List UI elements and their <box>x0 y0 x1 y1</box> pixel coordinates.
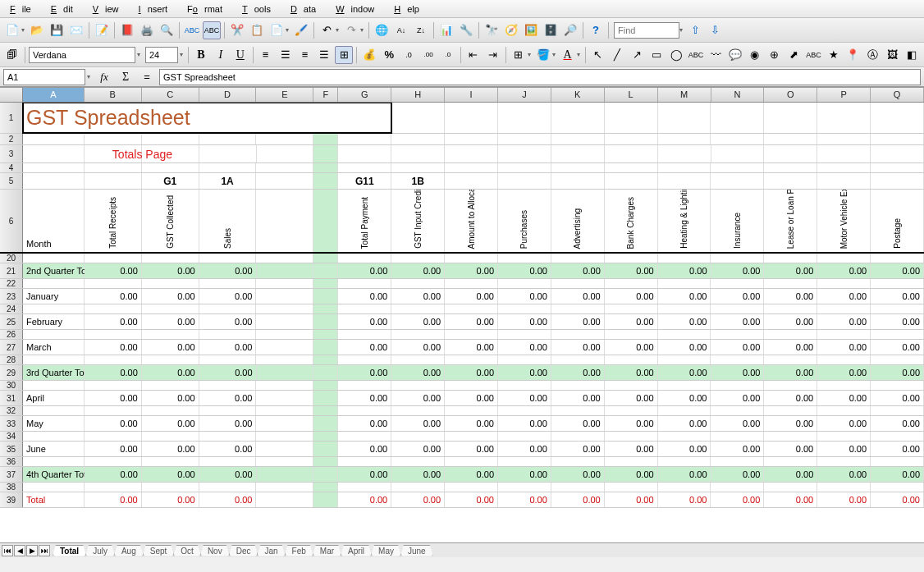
copy-icon[interactable]: 📋 <box>248 21 266 39</box>
row-header[interactable]: 35 <box>0 442 23 456</box>
align-center-icon[interactable]: ☰ <box>277 46 295 64</box>
row-label[interactable]: Total <box>23 492 85 507</box>
cell[interactable] <box>817 103 871 133</box>
cell[interactable] <box>445 483 498 492</box>
tab-last-icon[interactable]: ⏭ <box>39 545 50 556</box>
find-prev-icon[interactable]: ⇧ <box>686 21 704 39</box>
cell[interactable]: 0.00 <box>445 492 498 507</box>
cell[interactable] <box>498 103 551 133</box>
cell[interactable] <box>817 145 871 162</box>
row-label[interactable]: April <box>23 391 85 405</box>
row-header[interactable]: 32 <box>0 406 23 415</box>
sum-icon[interactable]: Σ <box>117 68 135 86</box>
cell[interactable] <box>551 304 605 313</box>
cell[interactable]: 0.00 <box>605 365 658 380</box>
cell[interactable]: 0.00 <box>391 492 445 507</box>
find-next-icon[interactable]: ⇩ <box>706 21 724 39</box>
cell[interactable] <box>391 145 445 162</box>
cell[interactable]: 0.00 <box>871 365 924 380</box>
cell[interactable]: Motor Vehicle Expense <box>817 190 871 252</box>
cell[interactable]: 0.00 <box>338 442 391 456</box>
cell[interactable] <box>391 457 445 466</box>
cell[interactable]: 0.00 <box>85 442 142 456</box>
cell[interactable] <box>605 134 658 144</box>
cell[interactable] <box>256 304 313 313</box>
cell[interactable] <box>391 381 445 390</box>
cell[interactable] <box>338 163 391 172</box>
cell[interactable] <box>256 163 313 172</box>
cell[interactable] <box>498 279 551 288</box>
cell[interactable]: 0.00 <box>391 467 445 482</box>
cell[interactable] <box>338 254 391 263</box>
cell[interactable]: 0.00 <box>871 289 924 304</box>
cell[interactable]: Purchases <box>498 190 551 252</box>
cell[interactable]: 0.00 <box>551 314 605 329</box>
shapes-icon[interactable]: ◉ <box>746 46 764 64</box>
cell[interactable] <box>256 134 313 144</box>
cell[interactable]: Bank Charges <box>605 190 658 252</box>
cell[interactable]: 0.00 <box>498 391 551 405</box>
add-decimal-icon[interactable]: .00 <box>419 46 437 64</box>
cell[interactable] <box>551 432 605 441</box>
styles-icon[interactable]: 🗐 <box>3 46 21 64</box>
cell[interactable] <box>257 467 314 482</box>
cell[interactable]: 0.00 <box>391 314 445 329</box>
fontcolor-icon[interactable]: A <box>559 46 577 64</box>
cell[interactable]: Sales <box>199 190 257 252</box>
cell[interactable] <box>256 279 313 288</box>
cell[interactable]: 0.00 <box>498 340 551 355</box>
cell[interactable] <box>142 381 199 390</box>
row-label[interactable]: 3rd Quarter Totals <box>23 365 85 380</box>
cell[interactable] <box>445 163 498 172</box>
cell[interactable]: 0.00 <box>817 365 871 380</box>
cell[interactable] <box>871 406 924 415</box>
cell[interactable]: 0.00 <box>445 263 498 278</box>
cell[interactable] <box>391 355 445 364</box>
merge-cells-icon[interactable]: ⊞ <box>335 46 353 64</box>
cell[interactable] <box>817 173 871 189</box>
cell[interactable]: 0.00 <box>871 314 924 329</box>
align-justify-icon[interactable]: ☰ <box>315 46 333 64</box>
cell[interactable] <box>391 163 445 172</box>
cell[interactable] <box>498 432 551 441</box>
cell[interactable] <box>711 103 764 133</box>
cell[interactable] <box>871 134 924 144</box>
cell[interactable]: GST Spreadsheet <box>23 103 391 133</box>
cell[interactable]: 0.00 <box>85 340 142 355</box>
cell[interactable]: 0.00 <box>142 391 199 405</box>
row-header[interactable]: 22 <box>0 279 23 288</box>
cell[interactable] <box>764 381 817 390</box>
cell[interactable] <box>871 304 924 313</box>
row-label[interactable]: June <box>23 442 85 456</box>
cell[interactable] <box>313 340 338 355</box>
cell[interactable]: 0.00 <box>551 416 605 431</box>
cell[interactable] <box>142 134 199 144</box>
cell[interactable] <box>85 483 142 492</box>
cell[interactable] <box>313 304 338 313</box>
cell[interactable] <box>871 381 924 390</box>
cell[interactable]: 0.00 <box>85 416 142 431</box>
cell[interactable] <box>551 254 605 263</box>
column-header-D[interactable]: D <box>199 88 257 102</box>
cell[interactable] <box>313 134 338 144</box>
row-label[interactable]: May <box>23 416 85 431</box>
cell[interactable]: 0.00 <box>605 263 658 278</box>
row-header[interactable]: 1 <box>0 103 23 133</box>
cell[interactable] <box>498 304 551 313</box>
cell[interactable]: 0.00 <box>85 263 142 278</box>
cell[interactable] <box>313 381 338 390</box>
cell[interactable]: 0.00 <box>199 314 257 329</box>
cell[interactable] <box>764 173 817 189</box>
cell[interactable] <box>605 406 658 415</box>
sort-asc-icon[interactable]: A↓ <box>392 21 410 39</box>
row-header[interactable]: 23 <box>0 289 23 304</box>
edit-doc-icon[interactable]: 📝 <box>93 21 111 39</box>
cell[interactable] <box>391 483 445 492</box>
cell[interactable] <box>338 145 391 162</box>
cell[interactable] <box>313 330 338 339</box>
menu-view[interactable]: View <box>86 2 132 16</box>
menu-file[interactable]: File <box>3 2 44 16</box>
datasources-icon[interactable]: 🗄️ <box>542 21 560 39</box>
cell[interactable] <box>764 163 817 172</box>
cell[interactable] <box>338 355 391 364</box>
